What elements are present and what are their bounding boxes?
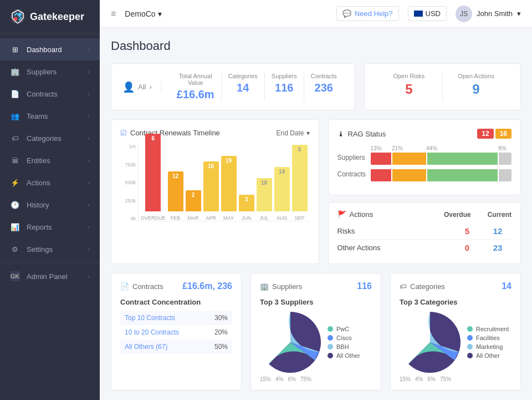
menu-icon[interactable]: ≡ — [111, 9, 116, 19]
actions-title: 🚩 Actions — [337, 210, 444, 219]
sidebar-item-label: Contracts — [27, 90, 81, 98]
svg-point-2 — [18, 13, 22, 16]
y-label: 250k — [120, 198, 136, 204]
user-chevron: ▾ — [517, 9, 521, 18]
chat-icon: 💬 — [342, 9, 351, 18]
stat-suppliers: Suppliers 116 — [265, 73, 304, 101]
categories-pie-legend: Recruitment Facilities Marketing Al — [467, 326, 509, 359]
reports-icon: 📊 — [10, 222, 20, 232]
table-row: Top 10 Contracts 30% — [120, 311, 232, 325]
user-menu[interactable]: JS John Smith ▾ — [456, 6, 521, 22]
settings-icon: ⚙ — [10, 244, 20, 254]
concentration-row-label[interactable]: Top 10 Contracts — [120, 311, 203, 325]
stat-label: Contracts — [311, 73, 337, 79]
sidebar-item-actions[interactable]: ⚡ Actions › — [0, 171, 100, 194]
bar-may: 19 MAY — [221, 156, 237, 221]
categories-panel-title: 🏷 Categories — [400, 282, 445, 291]
legend-dot — [328, 344, 333, 350]
rag-contracts-label: Contracts — [337, 170, 366, 178]
company-selector[interactable]: DemoCo ▾ — [125, 9, 161, 18]
actions-col-headers: Overdue Current — [444, 211, 511, 219]
sidebar-item-label: Suppliers — [27, 68, 81, 76]
logo: Gatekeeper — [0, 0, 100, 34]
legend-label: PwC — [336, 326, 349, 332]
topbar: ≡ DemoCo ▾ 💬 Need Help? USD JS John Smit… — [100, 0, 532, 28]
stats-grid: 👤 All › Total Annual Value £16.6m Catego… — [111, 63, 521, 110]
suppliers-panel: 🏢 Suppliers 116 Top 3 Suppliers — [250, 273, 381, 391]
suppliers-panel-title: 🏢 Suppliers — [260, 282, 302, 291]
stat-value: 14 — [228, 82, 258, 94]
suppliers-pie-chart — [260, 312, 321, 373]
concentration-row-label[interactable]: 10 to 20 Contracts — [120, 325, 203, 340]
legend-dot — [467, 326, 473, 332]
categories-icon: 🏷 — [10, 133, 20, 143]
bar-overdue: 6 OVERDUE — [141, 134, 166, 221]
filter-all[interactable]: 👤 All › — [122, 81, 161, 93]
row-overdue: 0 — [451, 243, 484, 252]
y-label: 0k — [120, 216, 136, 221]
date-control[interactable]: End Date ▾ — [276, 129, 309, 137]
rag-pct-labels: 13% 21% 44% 8% — [337, 145, 511, 151]
legend-item: Facilities — [467, 335, 509, 341]
actions-icon: ⚡ — [10, 178, 20, 188]
right-column: 🌡 RAG Status 12 16 13% 21% 44% 8% — [328, 119, 521, 264]
bar-jun: 3 JUN — [239, 195, 254, 221]
doc-icon: 📄 — [120, 282, 129, 291]
help-button[interactable]: 💬 Need Help? — [336, 6, 399, 21]
sidebar-item-teams[interactable]: 👥 Teams › — [0, 105, 100, 127]
legend-item: BBH — [328, 343, 360, 350]
sidebar-item-history[interactable]: 🕐 History › — [0, 194, 100, 216]
bar-apr: 16 APR — [203, 161, 219, 221]
legend-label: All Other — [476, 352, 500, 359]
sidebar-item-settings[interactable]: ⚙ Settings › — [0, 238, 100, 260]
concentration-row-pct: 20% — [203, 325, 232, 340]
legend-dot — [328, 335, 333, 341]
currency-selector[interactable]: USD — [408, 6, 447, 21]
concentration-table: Top 10 Contracts 30% 10 to 20 Contracts … — [120, 311, 232, 354]
legend-dot — [467, 353, 473, 358]
entities-icon: 🏛 — [10, 155, 20, 165]
legend-item: Cisco — [328, 335, 360, 341]
legend-label: All Other — [336, 352, 360, 359]
pie-section: PwC Cisco BBH All Other — [260, 312, 372, 373]
stat-open-actions: Open Actions 9 — [443, 73, 509, 101]
avatar: JS — [456, 6, 472, 22]
rag-title-text: RAG Status — [348, 130, 386, 138]
stat-value: 5 — [389, 82, 429, 97]
bar-chart: 1m 750k 500k 250k 0k 6 OVERDUE 12 F — [120, 144, 310, 232]
sidebar: Gatekeeper ⊞ Dashboard › 🏢 Suppliers › 📄… — [0, 0, 100, 400]
sidebar-item-contracts[interactable]: 📄 Contracts › — [0, 83, 100, 105]
stats-card-right: Open Risks 5 Open Actions 9 — [364, 63, 521, 110]
stat-label: Open Actions — [456, 73, 496, 79]
legend-item: All Other — [328, 352, 360, 359]
charts-grid: ☑ Contract Renewals Timeline End Date ▾ … — [111, 119, 521, 264]
rag-header: 🌡 RAG Status 12 16 — [337, 129, 511, 139]
page-title: Dashboard — [111, 39, 521, 53]
sidebar-item-entities[interactable]: 🏛 Entities › — [0, 149, 100, 171]
rag-suppliers: Suppliers — [337, 153, 511, 165]
sidebar-item-dashboard[interactable]: ⊞ Dashboard › — [0, 38, 100, 60]
stat-value: 236 — [311, 82, 337, 94]
sidebar-item-admin[interactable]: GK Admin Panel › — [0, 265, 100, 287]
teams-icon: 👥 — [10, 111, 20, 121]
sidebar-item-label: Entities — [27, 156, 81, 165]
sidebar-item-categories[interactable]: 🏷 Categories › — [0, 127, 100, 149]
legend-dot — [328, 326, 333, 332]
suppliers-icon: 🏢 — [10, 67, 20, 77]
sidebar-item-reports[interactable]: 📊 Reports › — [0, 216, 100, 238]
rag-badges: 12 16 — [477, 129, 511, 139]
y-label: 1m — [120, 144, 136, 149]
concentration-row-label[interactable]: All Others (67) — [120, 340, 203, 354]
actions-card-header: 🚩 Actions Overdue Current — [337, 210, 511, 219]
sidebar-item-label: Dashboard — [27, 45, 81, 54]
categories-title-text: Categories — [410, 282, 445, 291]
sidebar-item-suppliers[interactable]: 🏢 Suppliers › — [0, 60, 100, 83]
building-icon: 🏢 — [260, 282, 269, 291]
row-overdue: 5 — [451, 226, 484, 236]
stat-label: Total Annual Value — [177, 73, 214, 86]
contracts-panel-header: 📄 Contracts £16.6m, 236 — [120, 281, 232, 291]
legend-dot — [467, 344, 473, 350]
legend-label: Facilities — [476, 335, 500, 341]
tag-icon: 🏷 — [400, 282, 407, 291]
content-area: Dashboard 👤 All › Total Annual Value £16… — [100, 28, 532, 400]
